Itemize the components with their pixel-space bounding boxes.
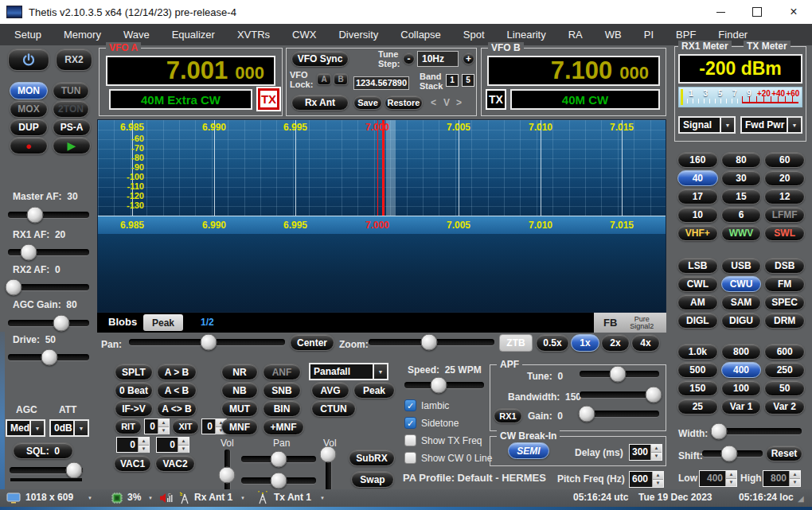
mode-spec-button[interactable]: SPEC: [764, 294, 805, 310]
save-button[interactable]: Save: [353, 95, 382, 110]
zoom-knob[interactable]: [420, 334, 437, 351]
subrx-button[interactable]: SubRX: [349, 450, 395, 466]
rx-meter-select[interactable]: Signal▼: [678, 116, 736, 134]
filter-var1-button[interactable]: Var 1: [721, 399, 762, 415]
mox-button[interactable]: MOX: [10, 100, 48, 118]
nr-button[interactable]: NR: [221, 364, 258, 380]
low-spinner[interactable]: 400▲▼: [699, 470, 737, 487]
sql-slider[interactable]: [10, 463, 83, 477]
filter-250-button[interactable]: 250: [764, 362, 805, 378]
split-button[interactable]: SPLT: [115, 364, 153, 380]
shift-reset-button[interactable]: Reset: [766, 446, 802, 461]
menu-wb[interactable]: WB: [594, 25, 633, 45]
mode-dsb-button[interactable]: DSB: [764, 258, 805, 274]
dup-button[interactable]: DUP: [10, 119, 48, 136]
band-stack-5-button[interactable]: 5: [462, 74, 474, 87]
zoom-05x-button[interactable]: 0.5x: [536, 334, 569, 352]
record-button[interactable]: ●: [10, 137, 48, 154]
vfo-sync-button[interactable]: VFO Sync: [291, 51, 349, 67]
rx2-af-slider[interactable]: [8, 280, 89, 294]
mode-cwu-button[interactable]: CWU: [721, 276, 762, 292]
band-swl-button[interactable]: SWL: [764, 225, 805, 241]
zoom-1x-button[interactable]: 1x: [571, 334, 599, 352]
filter-passband[interactable]: [386, 120, 396, 216]
att-select[interactable]: 0dB▼: [49, 419, 89, 437]
pan-slider[interactable]: [129, 335, 285, 349]
menu-pi[interactable]: PI: [633, 25, 665, 45]
filter-600-button[interactable]: 600: [764, 344, 805, 360]
band-60-button[interactable]: 60: [764, 152, 805, 168]
display-mode-select[interactable]: Panafall▼: [309, 363, 388, 380]
vac1-gain-spinner[interactable]: 0▲▼: [116, 437, 150, 453]
vfo-a-frequency[interactable]: 7.001000: [106, 56, 275, 86]
b-to-a-button[interactable]: A < B: [157, 382, 197, 399]
band-lfmf-button[interactable]: LFMF: [764, 207, 805, 223]
vol-right-slider[interactable]: [321, 450, 335, 491]
tun-button[interactable]: TUN: [53, 82, 89, 99]
mode-fm-button[interactable]: FM: [764, 276, 805, 292]
tune-step-minus-button[interactable]: -: [403, 53, 415, 64]
apf-gain-slider[interactable]: [580, 407, 659, 421]
drive-knob[interactable]: [41, 349, 58, 366]
rx-ant-button[interactable]: Rx Ant: [291, 95, 349, 111]
sql-knob[interactable]: [65, 462, 82, 479]
band-30-button[interactable]: 30: [721, 170, 762, 186]
pan-top-slider[interactable]: [241, 452, 316, 466]
vac2-button[interactable]: VAC2: [155, 455, 195, 472]
vfo-lock-b-button[interactable]: B: [334, 73, 348, 85]
a-swap-b-button[interactable]: A <> B: [157, 400, 197, 417]
vfo-lock-a-button[interactable]: A: [317, 73, 331, 85]
mut-button[interactable]: MUT: [221, 400, 258, 417]
ps-a-button[interactable]: PS-A: [53, 119, 91, 136]
zero-beat-button[interactable]: 0 Beat: [115, 382, 153, 399]
mode-digu-button[interactable]: DIGU: [721, 313, 762, 329]
nb-button[interactable]: NB: [221, 382, 258, 399]
master-af-slider[interactable]: [8, 208, 89, 222]
band-stack-1-button[interactable]: 1: [446, 74, 459, 87]
restore-button[interactable]: Restore: [385, 95, 423, 110]
vac1-button[interactable]: VAC1: [114, 455, 151, 472]
rx2-button[interactable]: RX2: [56, 49, 92, 71]
master-af-knob[interactable]: [26, 207, 43, 224]
tx-meter-select[interactable]: Fwd Pwr▼: [740, 116, 802, 134]
rx-ant-value[interactable]: Rx Ant 1: [194, 492, 232, 503]
filter-400-button[interactable]: 400: [721, 362, 762, 378]
band-160-button[interactable]: 160: [677, 152, 718, 168]
dropdown-icon[interactable]: ▼: [148, 496, 153, 500]
apf-gain-knob[interactable]: [579, 406, 595, 422]
band-prev-button[interactable]: <: [431, 97, 436, 108]
drive-slider[interactable]: [8, 350, 89, 364]
pure-signal-button[interactable]: Pure Signal2: [623, 316, 660, 330]
mode-sam-button[interactable]: SAM: [721, 294, 762, 310]
band-vhf-button[interactable]: VHF+: [677, 225, 718, 241]
dropdown-icon[interactable]: ▼: [240, 496, 245, 500]
rit-button[interactable]: RIT: [115, 419, 142, 434]
delay-spinner[interactable]: 300▲▼: [629, 444, 662, 461]
dropdown-icon[interactable]: ▼: [373, 364, 387, 379]
display-size-value[interactable]: 1018 x 609: [25, 492, 73, 503]
waterfall-display[interactable]: [98, 234, 666, 312]
show-cw-zero-checkbox[interactable]: [404, 452, 416, 464]
center-button[interactable]: Center: [290, 334, 334, 351]
apf-bandwidth-slider[interactable]: [580, 387, 659, 402]
vfo-a-tx-indicator[interactable]: TX: [258, 88, 279, 110]
dropdown-icon[interactable]: ▼: [720, 118, 734, 132]
sidetone-checkbox[interactable]: ✓: [404, 417, 416, 429]
dropdown-icon[interactable]: ▼: [320, 496, 325, 500]
vol-left-knob[interactable]: [219, 467, 236, 484]
show-tx-freq-checkbox[interactable]: [404, 434, 416, 446]
width-slider[interactable]: [711, 424, 802, 438]
a-to-b-button[interactable]: A > B: [157, 364, 197, 380]
filter-1k-button[interactable]: 1.0k: [677, 344, 718, 360]
avg-button[interactable]: AVG: [311, 382, 349, 399]
sql-button[interactable]: SQL: 0: [13, 442, 73, 459]
page-indicator[interactable]: 1/2: [201, 317, 214, 328]
shift-slider[interactable]: [702, 446, 763, 461]
mode-am-button[interactable]: AM: [677, 294, 718, 310]
semi-break-in-button[interactable]: SEMI: [508, 442, 549, 459]
band-40-button[interactable]: 40: [677, 170, 718, 186]
zoom-slider[interactable]: [369, 335, 494, 349]
pan-bottom-knob[interactable]: [271, 473, 287, 489]
filter-25-button[interactable]: 25: [677, 399, 718, 415]
filter-500-button[interactable]: 500: [677, 362, 718, 378]
